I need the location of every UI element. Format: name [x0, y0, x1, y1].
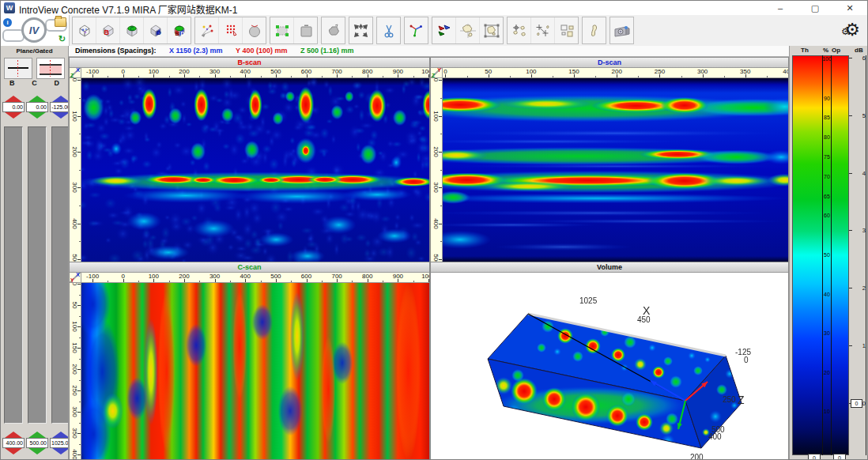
percent-tick: 85 — [822, 115, 832, 120]
db-slider-line[interactable] — [866, 55, 866, 455]
gated-mode-button[interactable] — [36, 58, 65, 79]
close-button[interactable]: ✕ — [834, 1, 866, 15]
c-scan-image[interactable] — [81, 283, 429, 460]
d-bottom-increase-button[interactable] — [52, 425, 69, 438]
threshold-marker[interactable]: 0 — [808, 454, 821, 460]
percent-tick: 50 — [822, 252, 832, 258]
svg-text:B: B — [104, 28, 109, 36]
svg-text:B: B — [175, 30, 179, 36]
dimensions-label: Dimensions (Spacings): — [75, 47, 157, 55]
b-top-decrease-button[interactable] — [5, 112, 22, 125]
c-top-increase-button[interactable] — [28, 89, 46, 102]
percent-tick: 100 — [822, 56, 832, 62]
opacity-marker[interactable]: 0 — [833, 454, 846, 460]
footprint-tool-icon[interactable] — [583, 17, 606, 43]
corner-v-axis-label: Z — [432, 73, 435, 78]
b-bottom-decrease-button[interactable] — [5, 448, 22, 460]
settings-gear-icon[interactable]: ⚙⚙ — [840, 18, 864, 42]
refresh-button[interactable]: ↻ — [57, 34, 67, 44]
volume-3d-image[interactable] — [431, 273, 788, 460]
scan-area: Dimensions (Spacings): X 1150 (2.3) mm Y… — [69, 46, 789, 460]
axis-tick-label: 500 — [432, 254, 440, 262]
c-bottom-decrease-button[interactable] — [28, 448, 46, 460]
minimize-button[interactable]: – — [764, 1, 796, 15]
volume-3d-label: 1025 — [579, 296, 597, 305]
d-top-increase-button[interactable] — [52, 89, 69, 102]
d-bottom-value-input[interactable] — [50, 438, 69, 448]
corner-v-axis-label: Z — [70, 73, 74, 78]
colorbar-panel: Th % Op dB 100908580757065605040302010 6… — [789, 46, 868, 460]
c-scan-title: C-scan — [70, 262, 429, 273]
d-bottom-decrease-button[interactable] — [52, 448, 69, 460]
d-scan-image[interactable] — [443, 78, 788, 262]
b-scan-image[interactable] — [81, 78, 429, 262]
view-all-scans-icon[interactable]: BD — [168, 17, 191, 43]
volume-3d-label: 400 — [708, 432, 722, 441]
colorbar-header-th: Th — [801, 47, 809, 54]
slider-label-d: D — [46, 79, 68, 89]
b-bottom-value-input[interactable] — [2, 438, 25, 448]
c-bottom-value-input[interactable] — [26, 438, 48, 448]
d-scan-axis-corner: Y Z — [431, 68, 443, 78]
measure-angle-tool-icon[interactable] — [405, 17, 428, 43]
open-file-button[interactable] — [55, 17, 66, 27]
percent-tick: 75 — [822, 154, 832, 160]
multi-cursor-tool-icon[interactable] — [432, 17, 456, 43]
toolbar-buttons: B C D BD — [72, 17, 634, 44]
arrange-objects-icon[interactable] — [555, 17, 578, 43]
view-d-scan-icon[interactable]: D — [144, 17, 168, 43]
snapshot-tool-icon[interactable] — [610, 17, 633, 43]
volume-view[interactable]: 1025X450-1250250Z500400200 — [431, 273, 788, 460]
fit-to-view-icon[interactable] — [270, 17, 294, 43]
db-zero-marker[interactable]: 0 — [851, 399, 862, 408]
b-slider-track[interactable] — [4, 126, 23, 424]
b-scan-axis-corner: X Z — [70, 68, 81, 78]
volume-3d-label: 250 — [723, 395, 736, 404]
c-bottom-increase-button[interactable] — [28, 425, 46, 438]
region-frame-tool-icon[interactable] — [480, 17, 503, 43]
b-scan-z-axis: 0100200300400500 — [70, 78, 81, 262]
plane-gated-title: Plane/Gated — [1, 46, 68, 58]
sphere-view-icon[interactable] — [243, 17, 266, 43]
b-scan-panel: B-scan X Z -1000100200300400500600700800… — [69, 57, 430, 262]
d-slider-track[interactable] — [51, 126, 69, 424]
b-top-increase-button[interactable] — [5, 89, 22, 102]
b-top-value-input[interactable] — [2, 102, 25, 112]
colorbar-header-pct: % — [823, 47, 828, 54]
view-b-scan-icon[interactable]: B — [96, 17, 120, 43]
maximize-button[interactable]: ▢ — [799, 1, 831, 15]
c-slider-track[interactable] — [28, 126, 47, 424]
volume-panel: Volume 1025X450-1250250Z500400200 — [430, 262, 789, 460]
volume-3d-label: 200 — [690, 453, 704, 460]
corner-h-axis-label: X — [76, 272, 80, 277]
d-scan-y-axis: 050100150200250300350400 — [443, 68, 788, 78]
point-cloud-view-icon[interactable] — [195, 17, 219, 43]
view-c-scan-icon[interactable]: C — [120, 17, 144, 43]
move-view-icon[interactable] — [349, 17, 372, 43]
percent-tick: 40 — [822, 292, 832, 297]
point-grid-view-icon[interactable] — [219, 17, 243, 43]
c-top-decrease-button[interactable] — [28, 112, 46, 125]
align-objects-icon[interactable] — [508, 17, 531, 43]
dimensions-bar: Dimensions (Spacings): X 1150 (2.3) mm Y… — [69, 46, 789, 57]
b-scan-title: B-scan — [70, 58, 429, 68]
cut-tool-icon[interactable] — [377, 17, 400, 43]
percent-tick: 65 — [822, 194, 832, 199]
d-top-decrease-button[interactable] — [52, 112, 69, 125]
dimension-x: X 1150 (2.3) mm — [169, 47, 223, 55]
distribute-objects-icon[interactable] — [531, 17, 555, 43]
pan-view-icon[interactable] — [322, 17, 345, 43]
region-select-tool-icon[interactable] — [456, 17, 480, 43]
c-top-value-input[interactable] — [26, 102, 48, 112]
percent-tick: 90 — [822, 96, 832, 101]
single-panel-view-icon[interactable] — [294, 17, 317, 43]
view-3d-volume-icon[interactable] — [73, 17, 96, 43]
info-button[interactable]: i — [3, 18, 12, 27]
svg-text:D: D — [157, 29, 161, 36]
plane-gated-panel: Plane/Gated B C D — [1, 46, 69, 460]
b-scan-x-axis: -10001002003004005006007008009001000 — [81, 68, 429, 78]
d-top-value-input[interactable] — [50, 102, 69, 112]
color-scale-gradient[interactable] — [792, 55, 849, 455]
plane-mode-button[interactable] — [4, 58, 32, 79]
b-bottom-increase-button[interactable] — [5, 425, 22, 438]
